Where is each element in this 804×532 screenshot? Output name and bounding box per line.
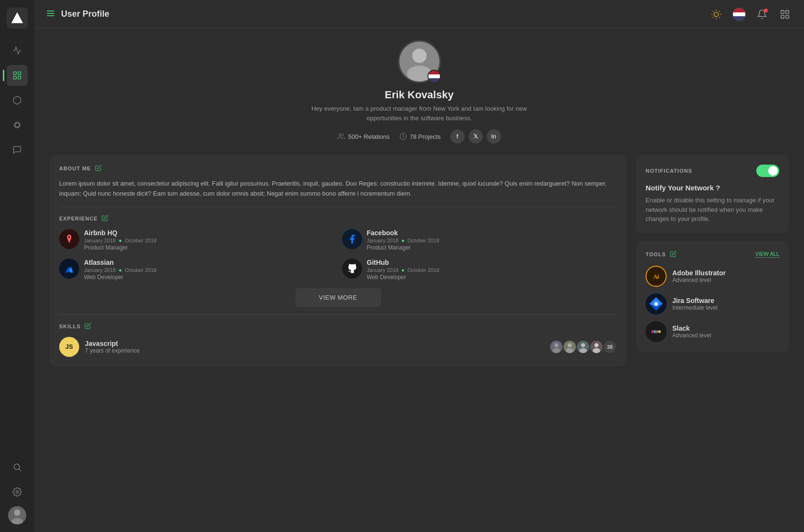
dashboard-icon [12, 71, 22, 80]
skills-edit-button[interactable] [84, 323, 92, 330]
about-card: ABOUT ME Lorem ipsum dolor sit amet, con… [50, 155, 626, 366]
github-company: GitHub [367, 259, 617, 266]
javascript-badge: JS [59, 337, 79, 357]
notify-network-title: Notify Your Network ? [646, 184, 779, 192]
experience-edit-button[interactable] [102, 215, 109, 222]
github-dates: January 2018 ● October 2018 [367, 267, 617, 273]
linkedin-link[interactable]: in [487, 129, 501, 144]
svg-rect-66 [658, 330, 661, 333]
chip-icon [12, 120, 22, 130]
pencil-tools-icon [670, 250, 677, 257]
skill-item-javascript: JS Javascript 7 years of experience [59, 337, 617, 357]
apps-menu-button[interactable] [777, 7, 793, 22]
relations-stat: 500+ Relations [337, 133, 389, 140]
pencil-skills-icon [84, 323, 91, 329]
svg-rect-3 [14, 76, 17, 79]
notifications-header: NOTIFICATIONS [646, 165, 779, 177]
sidebar-item-settings[interactable] [7, 481, 28, 502]
slack-level: Advanced level [672, 332, 711, 339]
facebook-link[interactable]: f [450, 129, 465, 144]
slack-info: Slack Advanced level [672, 324, 711, 339]
svg-line-35 [719, 10, 720, 11]
theme-toggle-button[interactable] [709, 7, 724, 22]
chat-icon [12, 145, 22, 155]
profile-bio: Hey everyone, Iam a product manager from… [300, 104, 539, 123]
svg-point-20 [16, 491, 19, 493]
toggle-track[interactable] [756, 165, 779, 177]
divider [59, 207, 617, 207]
tools-edit-button[interactable] [670, 250, 678, 258]
experience-title: EXPERIENCE [59, 216, 98, 221]
main-content: User Profile [34, 0, 804, 532]
experience-item-airbnb: Airbnb HQ January 2018 ● October 2018 Pr… [59, 229, 334, 251]
atlassian-role: Web Developer [84, 274, 334, 281]
about-title: ABOUT ME [59, 166, 91, 171]
flag-icon [732, 8, 746, 21]
tools-header: TOOLS VIEW ALL [646, 250, 779, 258]
svg-point-55 [595, 343, 599, 347]
sidebar-item-activity[interactable] [7, 40, 28, 61]
svg-rect-67 [651, 330, 654, 333]
sidebar-item-chip[interactable] [7, 115, 28, 136]
atlassian-details: Atlassian January 2018 ● October 2018 We… [84, 259, 334, 281]
airbnb-logo [59, 229, 79, 249]
experience-item-atlassian: Atlassian January 2018 ● October 2018 We… [59, 259, 334, 281]
app-logo[interactable] [7, 8, 28, 29]
svg-rect-4 [18, 76, 21, 79]
profile-country-flag [428, 70, 441, 83]
svg-rect-39 [786, 15, 789, 18]
svg-marker-0 [11, 12, 23, 23]
left-column: ABOUT ME Lorem ipsum dolor sit amet, con… [50, 155, 626, 366]
experience-grid: Airbnb HQ January 2018 ● October 2018 Pr… [59, 229, 617, 281]
skills-title: SKILLS [59, 323, 81, 329]
illustrator-name: Adobe Illustrator [672, 269, 726, 277]
sidebar [0, 0, 34, 532]
tools-view-all-link[interactable]: VIEW ALL [755, 251, 779, 258]
facebook-company: Facebook [367, 229, 617, 237]
sidebar-item-chat[interactable] [7, 139, 28, 160]
airbnb-details: Airbnb HQ January 2018 ● October 2018 Pr… [84, 229, 334, 251]
about-edit-button[interactable] [95, 165, 103, 172]
sidebar-item-search[interactable] [7, 457, 28, 478]
menu-toggle-button[interactable] [46, 9, 55, 20]
profile-stats: 500+ Relations 78 Projects f 𝕏 in [50, 129, 789, 144]
endorser-4 [589, 340, 604, 354]
slack-logo: # [646, 321, 667, 342]
header-actions [709, 7, 793, 22]
user-avatar-sidebar[interactable] [8, 506, 26, 524]
pencil-exp-icon [102, 215, 108, 221]
settings-icon [12, 487, 22, 497]
illustrator-level: Advanced level [672, 277, 726, 283]
github-details: GitHub January 2018 ● October 2018 Web D… [367, 259, 617, 281]
skills-divider [59, 314, 617, 315]
right-column: NOTIFICATIONS Notify Your Network ? Enab… [636, 155, 789, 366]
tool-item-illustrator: Ai Adobe Illustrator Advanced level [646, 266, 779, 287]
facebook-logo [342, 229, 362, 249]
jira-level: Intermediate level [672, 304, 718, 311]
notifications-button[interactable] [754, 7, 770, 22]
svg-text:Ai: Ai [653, 273, 659, 280]
twitter-link[interactable]: 𝕏 [469, 129, 483, 144]
airbnb-role: Product Manager [84, 244, 334, 251]
svg-line-34 [713, 17, 713, 17]
airbnb-dates: January 2018 ● October 2018 [84, 238, 334, 243]
sidebar-item-cube[interactable] [7, 90, 28, 111]
view-more-button[interactable]: VIEW MORE [295, 288, 381, 307]
svg-text:#: # [655, 330, 658, 335]
facebook-role: Product Manager [367, 244, 617, 251]
notify-network-desc: Enable or disable this setting to manage… [646, 196, 779, 224]
notifications-toggle[interactable] [756, 165, 779, 177]
relations-icon [337, 133, 345, 140]
profile-header: Erik Kovalsky Hey everyone, Iam a produc… [50, 40, 789, 144]
sidebar-item-dashboard[interactable] [7, 65, 28, 86]
facebook-dates: January 2018 ● October 2018 [367, 238, 617, 243]
svg-line-31 [719, 17, 720, 17]
language-selector[interactable] [731, 7, 747, 22]
experience-item-github: GitHub January 2018 ● October 2018 Web D… [342, 259, 617, 281]
svg-point-46 [554, 343, 559, 347]
tools-title: TOOLS [646, 251, 666, 257]
content-area: Erik Kovalsky Hey everyone, Iam a produc… [34, 29, 804, 532]
svg-point-22 [14, 510, 20, 516]
header: User Profile [34, 0, 804, 29]
svg-point-18 [14, 464, 20, 469]
